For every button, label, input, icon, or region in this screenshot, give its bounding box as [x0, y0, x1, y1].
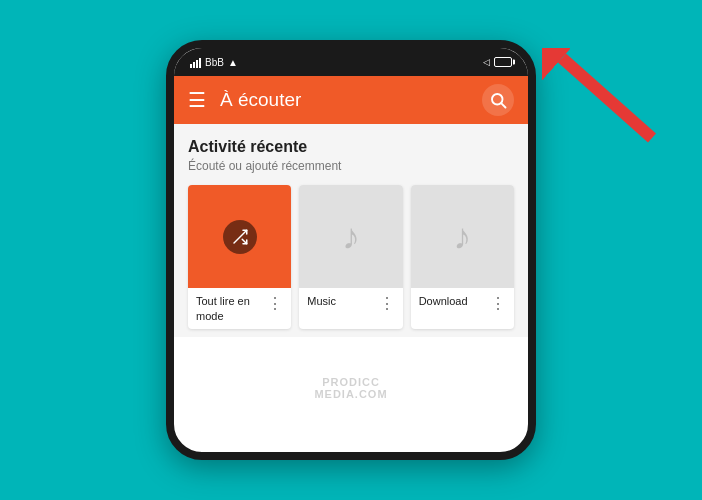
card-thumb-colorful	[188, 185, 291, 288]
card-music[interactable]: ♪ Music ⋮	[299, 185, 402, 329]
section-title: Activité récente	[188, 138, 514, 156]
card-label: Download	[419, 294, 486, 308]
cards-row: Tout lire en mode ⋮ ♪ Music ⋮ ♪	[188, 185, 514, 329]
status-bar: BbB ▲ ◁	[174, 48, 528, 76]
app-bar-title: À écouter	[220, 89, 468, 111]
watermark: PRODICC MEDIA.COM	[174, 376, 528, 400]
card-download[interactable]: ♪ Download ⋮	[411, 185, 514, 329]
app-bar: ☰ À écouter	[174, 76, 528, 124]
phone-frame: BbB ▲ ◁ ☰ À écouter Activité récente Éco…	[166, 40, 536, 460]
navigation-icon: ◁	[483, 57, 490, 67]
hamburger-menu-icon[interactable]: ☰	[188, 88, 206, 112]
more-options-icon[interactable]: ⋮	[490, 294, 506, 313]
status-right: ◁	[483, 57, 512, 67]
search-icon	[489, 91, 507, 109]
card-label: Tout lire en mode	[196, 294, 263, 323]
wifi-icon: ▲	[228, 57, 238, 68]
shuffle-overlay	[223, 220, 257, 254]
carrier-text: BbB	[205, 57, 224, 68]
card-footer: Tout lire en mode ⋮	[188, 288, 291, 329]
music-note-icon-2: ♪	[453, 216, 471, 258]
battery-indicator	[494, 57, 512, 67]
card-thumb-gray: ♪	[299, 185, 402, 288]
card-footer: Download ⋮	[411, 288, 514, 324]
red-arrow-icon	[542, 48, 662, 148]
signal-icon	[190, 57, 201, 68]
status-left: BbB ▲	[190, 57, 238, 68]
card-thumb-gray-2: ♪	[411, 185, 514, 288]
svg-line-1	[501, 103, 505, 107]
section-subtitle: Écouté ou ajouté récemment	[188, 159, 514, 173]
svg-line-5	[562, 58, 652, 138]
card-footer: Music ⋮	[299, 288, 402, 324]
content-area: Activité récente Écouté ou ajouté récemm…	[174, 124, 528, 337]
arrow-annotation	[542, 48, 662, 148]
more-options-icon[interactable]: ⋮	[267, 294, 283, 313]
more-options-icon[interactable]: ⋮	[379, 294, 395, 313]
card-label: Music	[307, 294, 374, 308]
music-note-icon: ♪	[342, 216, 360, 258]
shuffle-icon	[231, 228, 249, 246]
card-tout-lire[interactable]: Tout lire en mode ⋮	[188, 185, 291, 329]
search-button[interactable]	[482, 84, 514, 116]
